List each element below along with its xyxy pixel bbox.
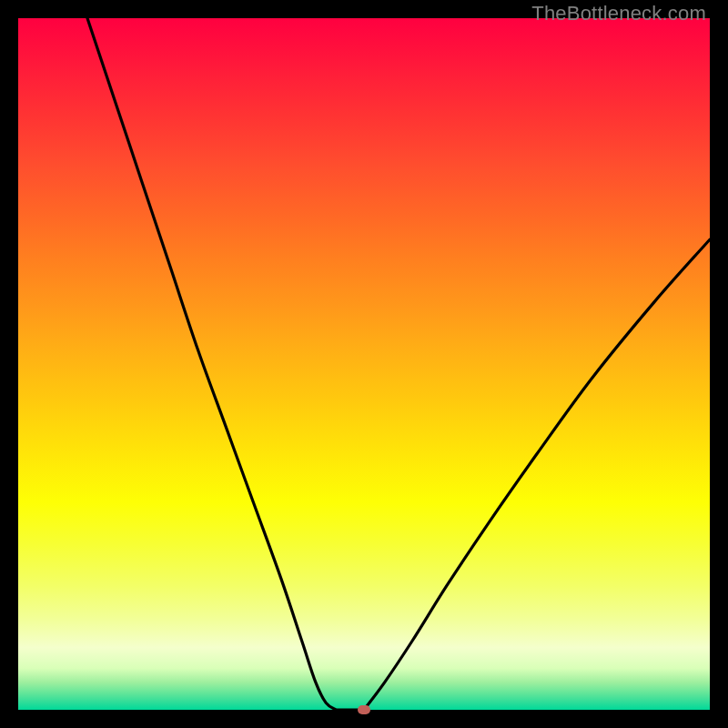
plot-area [18, 18, 710, 710]
watermark-text: TheBottleneck.com [531, 2, 706, 25]
curve-path [87, 18, 710, 710]
optimum-marker [358, 705, 370, 714]
bottleneck-curve [18, 18, 710, 710]
chart-frame: TheBottleneck.com [0, 0, 728, 728]
